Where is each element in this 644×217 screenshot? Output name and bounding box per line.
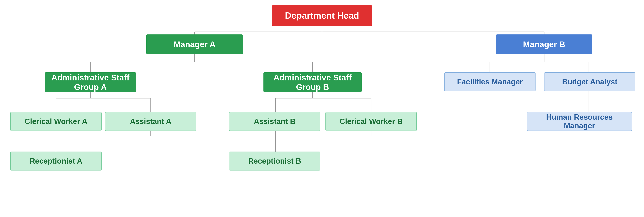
receptionist-b-node: Receptionist B <box>229 152 320 170</box>
admin-group-b-node: Administrative Staff Group B <box>264 72 362 92</box>
human-resources-node: Human Resources Manager <box>527 112 632 131</box>
manager-b-node: Manager B <box>496 34 592 54</box>
clerical-worker-b-node: Clerical Worker B <box>326 112 417 131</box>
assistant-a-node: Assistant A <box>105 112 196 131</box>
department-head-node: Department Head <box>272 5 372 26</box>
assistant-b-node: Assistant B <box>229 112 320 131</box>
receptionist-a-node: Receptionist A <box>10 152 102 170</box>
org-chart: Department Head Manager A Manager B Admi… <box>0 0 644 217</box>
manager-a-node: Manager A <box>146 34 243 54</box>
connectors-svg <box>0 0 644 217</box>
admin-group-a-node: Administrative Staff Group A <box>45 72 136 92</box>
clerical-worker-a-node: Clerical Worker A <box>10 112 102 131</box>
budget-analyst-node: Budget Analyst <box>544 72 636 91</box>
facilities-manager-node: Facilities Manager <box>444 72 536 91</box>
